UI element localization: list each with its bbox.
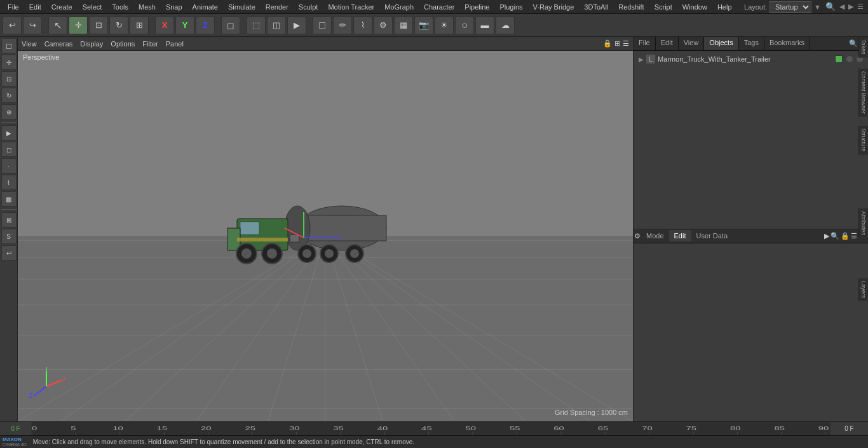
menu-window[interactable]: Window xyxy=(677,2,712,12)
menu-tools[interactable]: Tools xyxy=(107,2,133,12)
attrs-edit-tab[interactable]: Edit xyxy=(669,230,691,241)
y-axis-button[interactable]: Y xyxy=(175,17,194,34)
obj-dot1[interactable] xyxy=(846,56,853,62)
lt-btn-4[interactable]: ↻ xyxy=(1,88,17,103)
render-preview-button[interactable]: ◫ xyxy=(267,17,286,34)
lt-btn-7[interactable]: ◻ xyxy=(1,142,17,157)
menu-character[interactable]: Character xyxy=(419,2,459,12)
lt-btn-6[interactable]: ▶ xyxy=(1,125,17,140)
move-tool-button[interactable]: ✛ xyxy=(69,17,88,34)
z-axis-button[interactable]: Z xyxy=(196,17,215,34)
next-layout-icon[interactable]: ▶ xyxy=(846,3,855,11)
truck-model xyxy=(202,180,405,282)
lt-btn-10[interactable]: ▦ xyxy=(1,191,17,207)
deformer-button[interactable]: ⌇ xyxy=(353,17,372,34)
null-button[interactable]: ○ xyxy=(455,17,474,34)
viewport-cameras-menu[interactable]: Cameras xyxy=(44,40,73,48)
lt-btn-8[interactable]: · xyxy=(1,158,17,173)
menu-mograph[interactable]: MoGraph xyxy=(379,2,419,12)
menu-vray[interactable]: V-Ray Bridge xyxy=(528,2,580,12)
lt-btn-1[interactable]: ◻ xyxy=(1,38,17,53)
menu-pipeline[interactable]: Pipeline xyxy=(459,2,494,12)
attrs-mode-tab[interactable]: Mode xyxy=(641,230,669,241)
vp-more-icon[interactable]: ☰ xyxy=(623,39,629,48)
layout-select[interactable]: Startup xyxy=(770,1,811,13)
viewport-panel-menu[interactable]: Panel xyxy=(166,40,184,48)
lt-btn-13[interactable]: ↩ xyxy=(1,245,17,261)
undo-button[interactable]: ↩ xyxy=(3,17,22,34)
menu-select[interactable]: Select xyxy=(78,2,107,12)
menu-snap[interactable]: Snap xyxy=(161,2,187,12)
light-button[interactable]: ☀ xyxy=(435,17,454,34)
lt-btn-2[interactable]: ✛ xyxy=(1,55,17,70)
content-browser-tab[interactable]: Content Browser xyxy=(858,69,868,117)
sky-button[interactable]: ☁ xyxy=(496,17,515,34)
menu-motion-tracker[interactable]: Motion Tracker xyxy=(323,2,379,12)
attrs-more-icon[interactable]: ☰ xyxy=(851,232,857,240)
objects-file-tab[interactable]: File xyxy=(634,37,656,50)
render-button[interactable]: ▶ xyxy=(287,17,306,34)
attributes-tab[interactable]: Attributes xyxy=(858,208,868,238)
lt-btn-12[interactable]: S xyxy=(1,229,17,244)
more-icon[interactable]: ☰ xyxy=(855,3,865,11)
viewport-canvas[interactable]: X Y Z Perspective Grid Spacing : 1000 cm xyxy=(18,51,633,421)
rotate-tool-button[interactable]: ↻ xyxy=(109,17,128,34)
menu-animate[interactable]: Animate xyxy=(187,2,223,12)
menu-script[interactable]: Script xyxy=(649,2,677,12)
attrs-panel-icon[interactable]: ⚙ xyxy=(634,229,641,243)
takes-tab[interactable]: Takes xyxy=(858,37,868,58)
render-region-button[interactable]: ⬚ xyxy=(247,17,266,34)
objects-bookmarks-tab[interactable]: Bookmarks xyxy=(764,37,810,50)
viewport-filter-menu[interactable]: Filter xyxy=(142,40,158,48)
attrs-arrow-icon[interactable]: ▶ xyxy=(824,232,829,240)
menu-redshift[interactable]: Redshift xyxy=(613,2,649,12)
vp-arrows-icon[interactable]: ⊞ xyxy=(614,39,620,48)
attrs-search-icon[interactable]: 🔍 xyxy=(831,232,839,240)
timeline-ruler-ticks[interactable]: 0 5 10 15 20 25 30 35 40 45 50 55 60 65 xyxy=(32,422,830,435)
lt-btn-9[interactable]: ⌇ xyxy=(1,175,17,190)
viewport-view-menu[interactable]: View xyxy=(22,40,37,48)
spline-button[interactable]: ✏ xyxy=(333,17,352,34)
menu-render[interactable]: Render xyxy=(261,2,294,12)
objects-view-tab[interactable]: View xyxy=(679,37,705,50)
lt-btn-5[interactable]: ⊕ xyxy=(1,104,17,119)
transform-tool-button[interactable]: ⊞ xyxy=(130,17,149,34)
attrs-userdata-tab[interactable]: User Data xyxy=(691,230,733,241)
menu-simulate[interactable]: Simulate xyxy=(223,2,261,12)
scale-tool-button[interactable]: ⊡ xyxy=(89,17,108,34)
mograph-button[interactable]: ▦ xyxy=(394,17,413,34)
objects-search-icon[interactable]: 🔍 xyxy=(849,39,858,48)
lt-btn-11[interactable]: ⊠ xyxy=(1,212,17,227)
select-tool-button[interactable]: ↖ xyxy=(48,17,67,34)
menu-sculpt[interactable]: Sculpt xyxy=(294,2,323,12)
cube-object-button[interactable]: □ xyxy=(313,17,332,34)
objects-edit-tab[interactable]: Edit xyxy=(656,37,679,50)
layers-tab[interactable]: Layers xyxy=(858,278,868,301)
objects-objects-tab[interactable]: Objects xyxy=(704,37,738,50)
redo-button[interactable]: ↪ xyxy=(23,17,42,34)
viewport-display-menu[interactable]: Display xyxy=(80,40,103,48)
x-axis-button[interactable]: X xyxy=(155,17,174,34)
menu-create[interactable]: Create xyxy=(46,2,78,12)
obj-color-btn[interactable] xyxy=(835,55,843,63)
vp-lock-icon[interactable]: 🔒 xyxy=(603,39,612,48)
prev-layout-icon[interactable]: ◀ xyxy=(837,3,846,11)
lt-btn-3[interactable]: ⊡ xyxy=(1,71,17,86)
menu-plugins[interactable]: Plugins xyxy=(494,2,527,12)
menu-3dtoall[interactable]: 3DToAll xyxy=(579,2,613,12)
viewport-options-menu[interactable]: Options xyxy=(111,40,135,48)
objects-tags-tab[interactable]: Tags xyxy=(739,37,764,50)
menu-mesh[interactable]: Mesh xyxy=(133,2,161,12)
object-mode-button[interactable]: ◻ xyxy=(221,17,240,34)
floor-button[interactable]: ▬ xyxy=(475,17,494,34)
generator-button[interactable]: ⚙ xyxy=(374,17,393,34)
menu-file[interactable]: File xyxy=(3,2,24,12)
structure-tab[interactable]: Structure xyxy=(858,126,868,155)
maxon-label: MAXON xyxy=(3,437,27,442)
search-icon[interactable]: 🔍 xyxy=(824,2,837,11)
obj-item-truck[interactable]: ▶ L Marmon_Truck_With_Tanker_Trailer xyxy=(636,53,865,65)
camera-button[interactable]: 📷 xyxy=(414,17,433,34)
attrs-lock-icon[interactable]: 🔒 xyxy=(841,232,850,240)
menu-help[interactable]: Help xyxy=(712,2,737,12)
menu-edit[interactable]: Edit xyxy=(24,2,46,12)
